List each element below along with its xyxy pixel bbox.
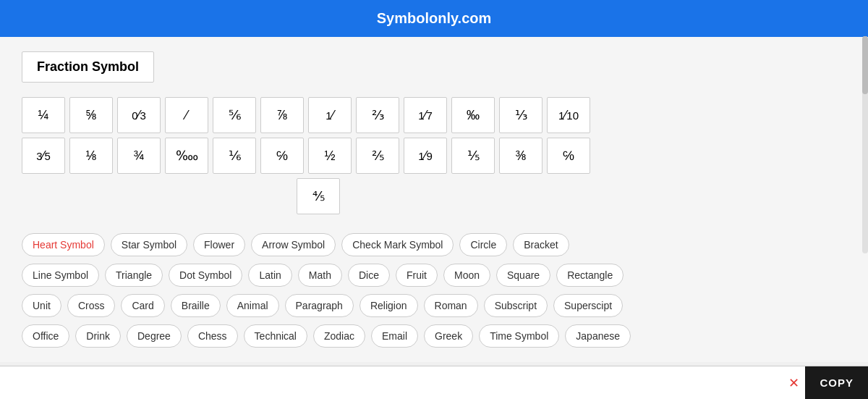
symbol-box[interactable]: 1⁄7 xyxy=(404,97,447,133)
category-paragraph[interactable]: Paragraph xyxy=(285,294,354,317)
category-square[interactable]: Square xyxy=(496,264,550,287)
clear-icon: ✕ xyxy=(788,376,799,390)
category-row-1: Heart Symbol Star Symbol Flower Arrow Sy… xyxy=(22,233,846,256)
category-bracket[interactable]: Bracket xyxy=(513,233,569,256)
category-flower[interactable]: Flower xyxy=(193,233,245,256)
category-degree[interactable]: Degree xyxy=(127,324,182,348)
symbol-box[interactable]: ⅖ xyxy=(356,138,399,174)
symbol-box[interactable]: 1⁄9 xyxy=(404,138,447,174)
symbol-box[interactable]: ℅ xyxy=(260,138,304,174)
fraction-title: Fraction Symbol xyxy=(22,51,154,83)
category-unit[interactable]: Unit xyxy=(22,294,61,317)
category-row-4: Office Drink Degree Chess Technical Zodi… xyxy=(22,324,846,348)
category-line-symbol[interactable]: Line Symbol xyxy=(22,264,99,287)
category-office[interactable]: Office xyxy=(22,324,69,348)
category-subscript[interactable]: Subscript xyxy=(484,294,548,317)
bottom-bar: ✕ COPY xyxy=(0,366,868,399)
category-triangle[interactable]: Triangle xyxy=(105,264,163,287)
symbol-box[interactable]: ⅙ xyxy=(213,138,256,174)
category-braille[interactable]: Braille xyxy=(171,294,221,317)
main-content: Fraction Symbol ¼ ⅝ 0⁄3 ⁄ ⅚ ⅞ 1⁄ ⅔ 1⁄7 ‰… xyxy=(0,37,868,226)
category-row-2: Line Symbol Triangle Dot Symbol Latin Ma… xyxy=(22,264,846,287)
symbol-box[interactable]: ⅓ xyxy=(499,97,542,133)
symbol-box[interactable]: ⅔ xyxy=(356,97,399,133)
category-row-3: Unit Cross Card Braille Animal Paragraph… xyxy=(22,294,846,317)
symbols-row-1: ¼ ⅝ 0⁄3 ⁄ ⅚ ⅞ 1⁄ ⅔ 1⁄7 ‰ ⅓ 1⁄10 xyxy=(22,97,846,133)
site-title: Symbolonly.com xyxy=(377,10,492,26)
symbol-box[interactable]: ⅞ xyxy=(260,97,304,133)
symbol-box[interactable]: ⅕ xyxy=(451,138,495,174)
symbol-box[interactable]: ‰ xyxy=(451,97,495,133)
category-circle[interactable]: Circle xyxy=(459,233,507,256)
symbols-row-3: ⅘ xyxy=(297,178,846,214)
category-dice[interactable]: Dice xyxy=(348,264,390,287)
category-time-symbol[interactable]: Time Symbol xyxy=(479,324,559,348)
category-check-mark-symbol[interactable]: Check Mark Symbol xyxy=(341,233,454,256)
categories-section: Heart Symbol Star Symbol Flower Arrow Sy… xyxy=(0,226,868,362)
category-dot-symbol[interactable]: Dot Symbol xyxy=(169,264,242,287)
category-rectangle[interactable]: Rectangle xyxy=(556,264,624,287)
category-card[interactable]: Card xyxy=(121,294,164,317)
category-japanese[interactable]: Japanese xyxy=(565,324,631,348)
category-religion[interactable]: Religion xyxy=(359,294,418,317)
category-superscipt[interactable]: Superscipt xyxy=(553,294,623,317)
symbol-box[interactable]: ¼ xyxy=(22,97,65,133)
category-zodiac[interactable]: Zodiac xyxy=(313,324,365,348)
symbol-box[interactable]: ½ xyxy=(308,138,352,174)
clear-button[interactable]: ✕ xyxy=(783,366,805,399)
category-arrow-symbol[interactable]: Arrow Symbol xyxy=(251,233,336,256)
symbol-box[interactable]: ⅜ xyxy=(499,138,542,174)
category-chess[interactable]: Chess xyxy=(187,324,238,348)
category-math[interactable]: Math xyxy=(298,264,342,287)
category-email[interactable]: Email xyxy=(371,324,418,348)
symbol-box[interactable]: 1⁄ xyxy=(308,97,352,133)
symbol-box[interactable]: ⁄ xyxy=(165,97,208,133)
category-animal[interactable]: Animal xyxy=(226,294,279,317)
category-star-symbol[interactable]: Star Symbol xyxy=(111,233,187,256)
symbol-box[interactable]: ‱ xyxy=(165,138,208,174)
copy-button[interactable]: COPY xyxy=(805,366,868,399)
scrollbar-thumb[interactable] xyxy=(862,36,868,94)
scrollbar[interactable] xyxy=(862,36,868,253)
symbol-box[interactable]: 3⁄5 xyxy=(22,138,65,174)
symbol-box[interactable]: ¾ xyxy=(117,138,161,174)
symbols-row-2: 3⁄5 ⅛ ¾ ‱ ⅙ ℅ ½ ⅖ 1⁄9 ⅕ ⅜ ℅ xyxy=(22,138,846,174)
symbol-box[interactable]: 0⁄3 xyxy=(117,97,161,133)
category-moon[interactable]: Moon xyxy=(443,264,490,287)
symbol-box[interactable]: 1⁄10 xyxy=(547,97,590,133)
category-heart-symbol[interactable]: Heart Symbol xyxy=(22,233,105,256)
symbol-box[interactable]: ⅘ xyxy=(297,178,340,214)
symbol-box[interactable]: ℅ xyxy=(547,138,590,174)
category-roman[interactable]: Roman xyxy=(424,294,478,317)
category-cross[interactable]: Cross xyxy=(67,294,116,317)
site-header: Symbolonly.com xyxy=(0,0,868,37)
symbol-box[interactable]: ⅝ xyxy=(69,97,113,133)
category-drink[interactable]: Drink xyxy=(75,324,121,348)
category-technical[interactable]: Technical xyxy=(244,324,307,348)
category-greek[interactable]: Greek xyxy=(424,324,473,348)
symbol-box[interactable]: ⅛ xyxy=(69,138,113,174)
copy-input[interactable] xyxy=(0,366,783,399)
category-fruit[interactable]: Fruit xyxy=(396,264,438,287)
symbol-box[interactable]: ⅚ xyxy=(213,97,256,133)
category-latin[interactable]: Latin xyxy=(248,264,292,287)
